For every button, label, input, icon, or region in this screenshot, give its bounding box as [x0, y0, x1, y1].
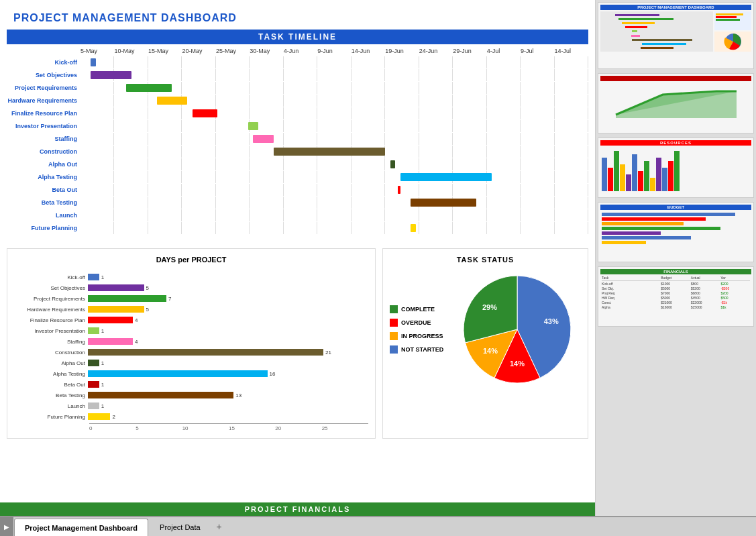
bar-label: Beta Out — [14, 379, 88, 390]
bar-row: 21 — [88, 347, 368, 358]
gantt-container: 5-May10-May15-May20-May25-May30-May4-Jun… — [7, 44, 588, 238]
gantt-row: Finalize Resource Plan — [7, 107, 588, 119]
tab-dashboard[interactable]: Project Management Dashboard — [14, 519, 148, 536]
pie-chart: 43%14%14%29% — [457, 269, 578, 390]
legend-label: OVERDUE — [401, 319, 431, 326]
bar-row: 5 — [88, 304, 368, 315]
gantt-dates: 5-May10-May15-May20-May25-May30-May4-Jun… — [80, 48, 588, 54]
bar-chart-title: DAYS per PROJECT — [14, 256, 368, 264]
bar-row: 4 — [88, 315, 368, 325]
page-title: PROJECT MANAGEMENT DASHBOARD — [7, 7, 588, 30]
gantt-row: Kick-off — [7, 56, 588, 68]
gantt-row: Launch — [7, 209, 588, 221]
bottom-bar: ▶ Project Management Dashboard Project D… — [0, 516, 756, 536]
bar-label: Alpha Out — [14, 358, 88, 368]
thumb-1: PROJECT MANAGEMENT DASHBOARD — [598, 2, 754, 69]
add-tab-button[interactable]: + — [211, 519, 227, 535]
legend: COMPLETEOVERDUEIN PROGRESSNOT STARTED — [390, 305, 443, 354]
bar-label: Project Requirements — [14, 293, 88, 304]
bar-label: Kick-off — [14, 272, 88, 282]
legend-item: NOT STARTED — [390, 345, 443, 354]
bar-row: 4 — [88, 336, 368, 347]
bar-chart-section: DAYS per PROJECT Kick-offSet ObjectivesP… — [7, 248, 376, 439]
gantt-row: Beta Testing — [7, 197, 588, 209]
dashboard: PROJECT MANAGEMENT DASHBOARD TASK TIMELI… — [0, 0, 595, 516]
legend-item: COMPLETE — [390, 305, 443, 313]
bar-label: Finalize Resource Plan — [14, 315, 88, 325]
gantt-row: Hardware Requirements — [7, 95, 588, 107]
gantt-row: Construction — [7, 146, 588, 158]
legend-label: NOT STARTED — [401, 346, 443, 353]
pie-section: TASK STATUS COMPLETEOVERDUEIN PROGRESSNO… — [382, 248, 588, 439]
pie-title: TASK STATUS — [390, 256, 581, 264]
legend-color — [390, 345, 398, 354]
bar-row: 1 — [88, 400, 368, 411]
bar-label: Launch — [14, 400, 88, 411]
gantt-row: Staffing — [7, 133, 588, 145]
pie-label-3: 29% — [482, 303, 497, 311]
gantt-row: Set Objectives — [7, 69, 588, 81]
bar-label: Staffing — [14, 336, 88, 347]
bar-label: Beta Testing — [14, 390, 88, 400]
legend-color — [390, 305, 398, 313]
tab-project-data[interactable]: Project Data — [150, 519, 211, 536]
financials-banner: PROJECT FINANCIALS — [0, 502, 595, 516]
bar-row: 1 — [88, 325, 368, 336]
legend-item: IN PROGRESS — [390, 332, 443, 340]
gantt-row: Future Planning — [7, 222, 588, 234]
legend-color — [390, 319, 398, 327]
legend-color — [390, 332, 398, 340]
gantt-row: Investor Presentation — [7, 120, 588, 132]
timeline-section: TASK TIMELINE 5-May10-May15-May20-May25-… — [7, 30, 588, 238]
bar-row: 1 — [88, 272, 368, 282]
legend-item: OVERDUE — [390, 319, 443, 327]
bar-axis: 0510152025 — [89, 423, 368, 431]
pie-label-1: 14% — [510, 360, 525, 368]
bar-label: Future Planning — [14, 411, 88, 422]
gantt-row: Project Requirements — [7, 82, 588, 94]
thumb-4: BUDGET — [598, 202, 754, 262]
thumbnails-panel: PROJECT MANAGEMENT DASHBOARD — [595, 0, 756, 516]
bar-row: 16 — [88, 368, 368, 379]
legend-label: IN PROGRESS — [401, 333, 443, 339]
pie-label-0: 43% — [544, 317, 559, 325]
thumb-3: RESOURCES — [598, 138, 754, 198]
bar-label: Set Objectives — [14, 282, 88, 293]
gantt-row: Alpha Testing — [7, 171, 588, 183]
bar-label: Hardware Requirements — [14, 304, 88, 315]
app: PROJECT MANAGEMENT DASHBOARD TASK TIMELI… — [0, 0, 756, 536]
legend-label: COMPLETE — [401, 306, 435, 313]
bar-labels: Kick-offSet ObjectivesProject Requiremen… — [14, 272, 88, 422]
tab-arrow[interactable]: ▶ — [0, 517, 13, 536]
bar-row: 1 — [88, 379, 368, 390]
bar-area: 15754142111611312 — [88, 272, 368, 422]
bar-chart-inner: Kick-offSet ObjectivesProject Requiremen… — [14, 272, 368, 422]
bar-row: 5 — [88, 282, 368, 293]
pie-label-2: 14% — [483, 347, 498, 355]
timeline-header: TASK TIMELINE — [7, 30, 588, 44]
thumb-5: FINANCIALS TaskBudgetActualVar Kick-off$… — [598, 266, 754, 327]
gantt-row: Beta Out — [7, 184, 588, 196]
thumb-2 — [598, 73, 754, 133]
pie-content: COMPLETEOVERDUEIN PROGRESSNOT STARTED 43… — [390, 269, 581, 390]
bar-label: Alpha Testing — [14, 368, 88, 379]
bar-row: 7 — [88, 293, 368, 304]
bar-row: 1 — [88, 358, 368, 368]
bar-row: 13 — [88, 390, 368, 400]
bar-label: Investor Presentation — [14, 325, 88, 336]
gantt-row: Alpha Out — [7, 158, 588, 170]
bar-row: 2 — [88, 411, 368, 422]
main-content: PROJECT MANAGEMENT DASHBOARD TASK TIMELI… — [0, 0, 756, 516]
gantt-rows: Kick-offSet ObjectivesProject Requiremen… — [7, 56, 588, 234]
lower-section: DAYS per PROJECT Kick-offSet ObjectivesP… — [7, 248, 588, 439]
bar-label: Construction — [14, 347, 88, 358]
